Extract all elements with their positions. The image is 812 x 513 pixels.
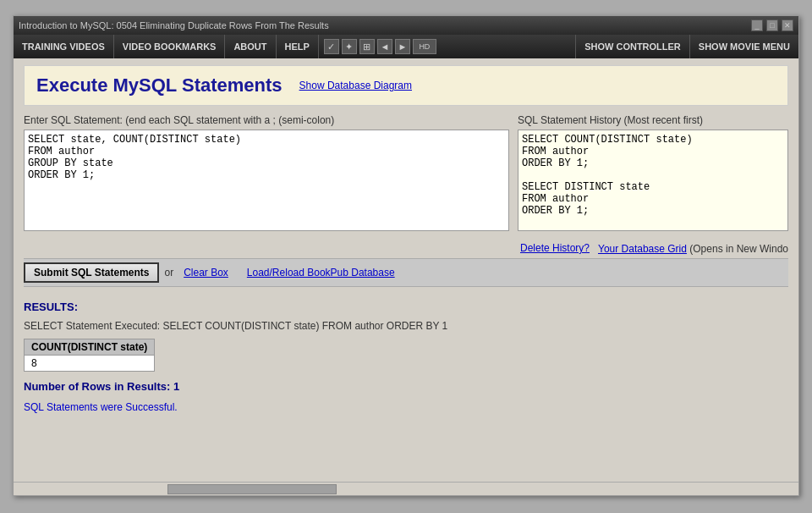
buttons-row: Submit SQL Statements or Clear Box Load/… bbox=[24, 258, 788, 287]
nav-right: SHOW CONTROLLER SHOW MOVIE MENU bbox=[575, 35, 798, 58]
nav-show-controller[interactable]: SHOW CONTROLLER bbox=[575, 35, 689, 58]
history-label: SQL Statement History (Most recent first… bbox=[518, 114, 788, 126]
submit-sql-button[interactable]: Submit SQL Statements bbox=[24, 262, 159, 283]
results-label: RESULTS: bbox=[24, 301, 788, 313]
sql-history-area: SQL Statement History (Most recent first… bbox=[518, 114, 788, 234]
check-button[interactable]: ✓ bbox=[324, 39, 339, 54]
history-text: SELECT COUNT(DISTINCT state) FROM author… bbox=[522, 134, 784, 217]
nav-bar: TRAINING VIDEOS VIDEO BOOKMARKS ABOUT HE… bbox=[14, 35, 798, 58]
scroll-area[interactable]: Execute MySQL Statements Show Database D… bbox=[14, 58, 798, 495]
table-cell-value: 8 bbox=[25, 356, 155, 372]
sql-section: Enter SQL Statement: (end each SQL state… bbox=[24, 114, 788, 234]
table-header-col: COUNT(DISTINCT state) bbox=[25, 339, 155, 356]
sql-textarea[interactable]: SELECT state, COUNT(DISTINCT state) FROM… bbox=[24, 130, 509, 231]
delete-history-link[interactable]: Delete History? bbox=[520, 242, 590, 255]
database-grid-link[interactable]: Your Database Grid bbox=[598, 243, 687, 255]
minimize-button[interactable]: _ bbox=[751, 19, 763, 31]
window-controls: _ □ ✕ bbox=[751, 19, 793, 31]
clear-box-link[interactable]: Clear Box bbox=[184, 267, 228, 279]
prev-button[interactable]: ◄ bbox=[377, 39, 392, 54]
result-table: COUNT(DISTINCT state) 8 bbox=[24, 339, 155, 372]
history-box: SELECT COUNT(DISTINCT state) FROM author… bbox=[518, 130, 788, 231]
load-database-link[interactable]: Load/Reload BookPub Database bbox=[247, 267, 395, 279]
app-window: Introduction to MySQL: 0504 Eliminating … bbox=[13, 15, 799, 496]
or-text: or bbox=[164, 267, 173, 279]
nav-show-movie-menu[interactable]: SHOW MOVIE MENU bbox=[689, 35, 798, 58]
close-button[interactable]: ✕ bbox=[782, 19, 793, 31]
settings-button[interactable]: ✦ bbox=[342, 39, 357, 54]
nav-about[interactable]: ABOUT bbox=[225, 35, 276, 58]
next-button[interactable]: ► bbox=[395, 39, 410, 54]
grid-link-hint: (Opens in New Windo bbox=[687, 243, 788, 255]
horizontal-scrollbar[interactable] bbox=[14, 482, 798, 495]
table-row: 8 bbox=[25, 356, 155, 372]
playback-controls: ✓ ✦ ⊞ ◄ ► HD bbox=[319, 39, 442, 54]
results-section: RESULTS: SELECT Statement Executed: SELE… bbox=[24, 295, 788, 418]
nav-help[interactable]: HELP bbox=[277, 35, 319, 58]
window-title: Introduction to MySQL: 0504 Eliminating … bbox=[19, 20, 329, 30]
sql-input-area: Enter SQL Statement: (end each SQL state… bbox=[24, 114, 509, 234]
diagram-link[interactable]: Show Database Diagram bbox=[299, 80, 412, 91]
maximize-button[interactable]: □ bbox=[766, 19, 778, 31]
title-bar: Introduction to MySQL: 0504 Eliminating … bbox=[14, 16, 798, 35]
aspect-button[interactable]: ⊞ bbox=[359, 39, 375, 54]
executed-label: SELECT Statement Executed: SELECT COUNT(… bbox=[24, 320, 788, 332]
scrollbar-thumb[interactable] bbox=[167, 484, 337, 494]
page-title: Execute MySQL Statements bbox=[36, 74, 283, 97]
grid-link-container: Your Database Grid (Opens in New Windo bbox=[598, 242, 788, 255]
main-content: Execute MySQL Statements Show Database D… bbox=[14, 58, 798, 482]
success-message: SQL Statements were Successful. bbox=[24, 401, 788, 413]
hd-button[interactable]: HD bbox=[413, 39, 436, 54]
nav-training-videos[interactable]: TRAINING VIDEOS bbox=[14, 35, 114, 58]
nav-video-bookmarks[interactable]: VIDEO BOOKMARKS bbox=[114, 35, 226, 58]
page-header: Execute MySQL Statements Show Database D… bbox=[24, 65, 788, 106]
row-count: Number of Rows in Results: 1 bbox=[24, 380, 788, 393]
sql-input-label: Enter SQL Statement: (end each SQL state… bbox=[24, 114, 509, 126]
